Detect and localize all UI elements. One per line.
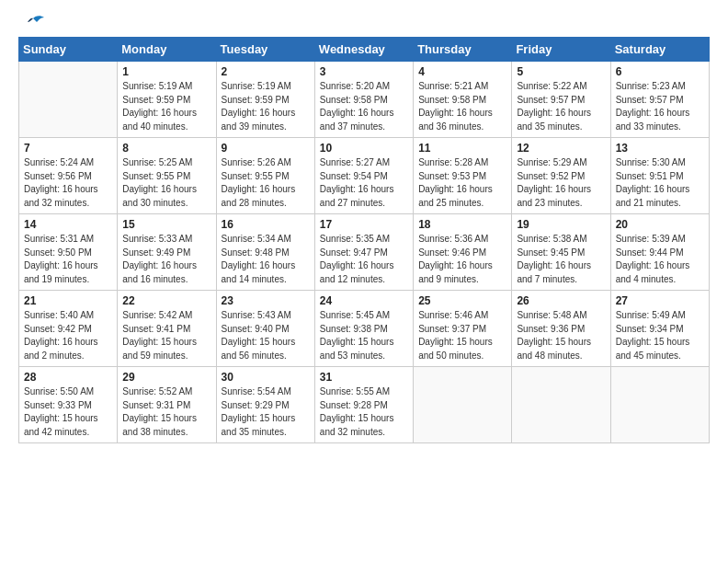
week-row-2: 7Sunrise: 5:24 AM Sunset: 9:56 PM Daylig…	[19, 138, 710, 214]
day-info: Sunrise: 5:19 AM Sunset: 9:59 PM Dayligh…	[222, 80, 310, 133]
header-cell-monday: Monday	[118, 38, 216, 62]
day-info: Sunrise: 5:40 AM Sunset: 9:42 PM Dayligh…	[24, 309, 112, 362]
calendar-cell: 3Sunrise: 5:20 AM Sunset: 9:58 PM Daylig…	[314, 62, 413, 138]
day-number: 31	[320, 371, 408, 384]
day-info: Sunrise: 5:21 AM Sunset: 9:58 PM Dayligh…	[418, 80, 506, 133]
day-info: Sunrise: 5:48 AM Sunset: 9:36 PM Dayligh…	[517, 309, 605, 362]
header-row: SundayMondayTuesdayWednesdayThursdayFrid…	[19, 38, 710, 62]
day-info: Sunrise: 5:25 AM Sunset: 9:55 PM Dayligh…	[122, 156, 210, 210]
calendar-cell: 19Sunrise: 5:38 AM Sunset: 9:45 PM Dayli…	[512, 214, 610, 291]
day-info: Sunrise: 5:30 AM Sunset: 9:51 PM Dayligh…	[616, 156, 704, 210]
day-number: 3	[320, 65, 408, 78]
day-info: Sunrise: 5:35 AM Sunset: 9:47 PM Dayligh…	[320, 233, 408, 286]
header-cell-saturday: Saturday	[610, 38, 709, 62]
day-info: Sunrise: 5:52 AM Sunset: 9:31 PM Dayligh…	[122, 385, 210, 439]
header-cell-friday: Friday	[512, 38, 610, 62]
day-number: 21	[24, 294, 112, 307]
calendar-cell: 31Sunrise: 5:55 AM Sunset: 9:28 PM Dayli…	[314, 367, 413, 443]
day-number: 10	[320, 142, 408, 155]
logo-text	[18, 15, 46, 31]
day-number: 12	[517, 142, 605, 155]
day-number: 4	[418, 65, 506, 78]
day-info: Sunrise: 5:50 AM Sunset: 9:33 PM Dayligh…	[24, 385, 112, 439]
day-info: Sunrise: 5:24 AM Sunset: 9:56 PM Dayligh…	[24, 156, 112, 210]
calendar-cell: 20Sunrise: 5:39 AM Sunset: 9:44 PM Dayli…	[610, 214, 709, 291]
calendar-cell: 16Sunrise: 5:34 AM Sunset: 9:48 PM Dayli…	[216, 214, 314, 291]
header-cell-thursday: Thursday	[414, 38, 512, 62]
calendar-cell: 6Sunrise: 5:23 AM Sunset: 9:57 PM Daylig…	[610, 62, 709, 138]
calendar-cell: 7Sunrise: 5:24 AM Sunset: 9:56 PM Daylig…	[19, 138, 118, 214]
calendar-cell: 23Sunrise: 5:43 AM Sunset: 9:40 PM Dayli…	[216, 291, 314, 367]
day-number: 30	[222, 371, 310, 384]
day-number: 20	[616, 218, 704, 231]
day-number: 19	[517, 218, 605, 231]
calendar-cell	[610, 367, 709, 443]
day-number: 18	[418, 218, 506, 231]
day-info: Sunrise: 5:23 AM Sunset: 9:57 PM Dayligh…	[616, 80, 704, 133]
header-cell-tuesday: Tuesday	[216, 38, 314, 62]
day-info: Sunrise: 5:38 AM Sunset: 9:45 PM Dayligh…	[517, 233, 605, 286]
calendar-cell: 11Sunrise: 5:28 AM Sunset: 9:53 PM Dayli…	[414, 138, 512, 214]
calendar-cell: 25Sunrise: 5:46 AM Sunset: 9:37 PM Dayli…	[414, 291, 512, 367]
day-info: Sunrise: 5:29 AM Sunset: 9:52 PM Dayligh…	[517, 156, 605, 210]
calendar-cell: 2Sunrise: 5:19 AM Sunset: 9:59 PM Daylig…	[216, 62, 314, 138]
calendar-body: 1Sunrise: 5:19 AM Sunset: 9:59 PM Daylig…	[19, 62, 710, 443]
logo-bird-icon	[20, 15, 46, 35]
day-number: 14	[24, 218, 112, 231]
day-number: 15	[122, 218, 210, 231]
day-number: 6	[616, 65, 704, 78]
header-cell-wednesday: Wednesday	[314, 38, 413, 62]
day-number: 13	[616, 142, 704, 155]
week-row-4: 21Sunrise: 5:40 AM Sunset: 9:42 PM Dayli…	[19, 291, 710, 367]
day-info: Sunrise: 5:55 AM Sunset: 9:28 PM Dayligh…	[320, 385, 408, 439]
calendar-cell: 12Sunrise: 5:29 AM Sunset: 9:52 PM Dayli…	[512, 138, 610, 214]
calendar-cell: 26Sunrise: 5:48 AM Sunset: 9:36 PM Dayli…	[512, 291, 610, 367]
header	[18, 15, 710, 31]
calendar-cell: 9Sunrise: 5:26 AM Sunset: 9:55 PM Daylig…	[216, 138, 314, 214]
calendar-table: SundayMondayTuesdayWednesdayThursdayFrid…	[18, 37, 710, 443]
calendar-cell: 28Sunrise: 5:50 AM Sunset: 9:33 PM Dayli…	[19, 367, 118, 443]
calendar-cell: 8Sunrise: 5:25 AM Sunset: 9:55 PM Daylig…	[118, 138, 216, 214]
calendar-cell: 4Sunrise: 5:21 AM Sunset: 9:58 PM Daylig…	[414, 62, 512, 138]
page: SundayMondayTuesdayWednesdayThursdayFrid…	[0, 0, 728, 563]
calendar-cell: 1Sunrise: 5:19 AM Sunset: 9:59 PM Daylig…	[118, 62, 216, 138]
calendar-cell	[512, 367, 610, 443]
day-number: 9	[222, 142, 310, 155]
calendar-cell: 5Sunrise: 5:22 AM Sunset: 9:57 PM Daylig…	[512, 62, 610, 138]
calendar-cell	[19, 62, 118, 138]
calendar-cell: 10Sunrise: 5:27 AM Sunset: 9:54 PM Dayli…	[314, 138, 413, 214]
day-number: 23	[222, 294, 310, 307]
day-number: 11	[418, 142, 506, 155]
day-info: Sunrise: 5:33 AM Sunset: 9:49 PM Dayligh…	[122, 233, 210, 286]
day-info: Sunrise: 5:28 AM Sunset: 9:53 PM Dayligh…	[418, 156, 506, 210]
header-cell-sunday: Sunday	[19, 38, 118, 62]
day-info: Sunrise: 5:43 AM Sunset: 9:40 PM Dayligh…	[222, 309, 310, 362]
day-number: 7	[24, 142, 112, 155]
calendar-cell: 17Sunrise: 5:35 AM Sunset: 9:47 PM Dayli…	[314, 214, 413, 291]
day-info: Sunrise: 5:19 AM Sunset: 9:59 PM Dayligh…	[122, 80, 210, 133]
calendar-cell: 18Sunrise: 5:36 AM Sunset: 9:46 PM Dayli…	[414, 214, 512, 291]
day-info: Sunrise: 5:36 AM Sunset: 9:46 PM Dayligh…	[418, 233, 506, 286]
day-number: 26	[517, 294, 605, 307]
day-number: 22	[122, 294, 210, 307]
day-info: Sunrise: 5:45 AM Sunset: 9:38 PM Dayligh…	[320, 309, 408, 362]
calendar-cell: 15Sunrise: 5:33 AM Sunset: 9:49 PM Dayli…	[118, 214, 216, 291]
day-info: Sunrise: 5:34 AM Sunset: 9:48 PM Dayligh…	[222, 233, 310, 286]
day-info: Sunrise: 5:42 AM Sunset: 9:41 PM Dayligh…	[122, 309, 210, 362]
day-number: 17	[320, 218, 408, 231]
day-number: 2	[222, 65, 310, 78]
day-info: Sunrise: 5:54 AM Sunset: 9:29 PM Dayligh…	[222, 385, 310, 439]
calendar-cell: 27Sunrise: 5:49 AM Sunset: 9:34 PM Dayli…	[610, 291, 709, 367]
day-info: Sunrise: 5:31 AM Sunset: 9:50 PM Dayligh…	[24, 233, 112, 286]
day-number: 5	[517, 65, 605, 78]
day-info: Sunrise: 5:22 AM Sunset: 9:57 PM Dayligh…	[517, 80, 605, 133]
week-row-1: 1Sunrise: 5:19 AM Sunset: 9:59 PM Daylig…	[19, 62, 710, 138]
day-number: 29	[122, 371, 210, 384]
calendar-cell: 22Sunrise: 5:42 AM Sunset: 9:41 PM Dayli…	[118, 291, 216, 367]
calendar-cell: 30Sunrise: 5:54 AM Sunset: 9:29 PM Dayli…	[216, 367, 314, 443]
week-row-3: 14Sunrise: 5:31 AM Sunset: 9:50 PM Dayli…	[19, 214, 710, 291]
calendar-cell: 24Sunrise: 5:45 AM Sunset: 9:38 PM Dayli…	[314, 291, 413, 367]
week-row-5: 28Sunrise: 5:50 AM Sunset: 9:33 PM Dayli…	[19, 367, 710, 443]
day-info: Sunrise: 5:27 AM Sunset: 9:54 PM Dayligh…	[320, 156, 408, 210]
day-number: 16	[222, 218, 310, 231]
